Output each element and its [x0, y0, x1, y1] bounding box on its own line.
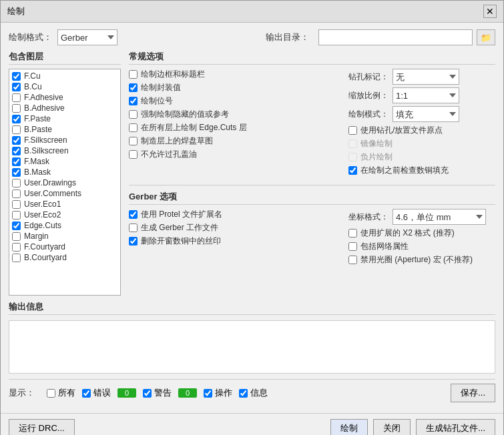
list-item[interactable]: B.Mask: [9, 167, 120, 177]
top-row: 绘制格式： Gerber 输出目录： D:/111/ 📁: [9, 29, 495, 45]
warning-checkbox[interactable]: [143, 389, 152, 398]
right-buttons: 绘制 关闭 生成钻孔文件...: [330, 419, 495, 435]
list-item[interactable]: B.Cu: [9, 81, 120, 92]
list-item[interactable]: F.Mask: [9, 156, 120, 167]
format-label: 绘制格式：: [9, 31, 52, 43]
scale-label: 缩放比例：: [348, 90, 389, 101]
general-right-option-item[interactable]: 在绘制之前检查数铜填充: [348, 165, 495, 176]
all-label: 所有: [58, 387, 75, 399]
dialog-content: 绘制格式： Gerber 输出目录： D:/111/ 📁 包含图层 F.CuB.…: [1, 23, 503, 413]
action-label: 操作: [215, 387, 232, 399]
coord-field-row: 坐标格式： 4.6，单位 mm: [348, 209, 495, 225]
warning-checkbox-label[interactable]: 警告: [143, 387, 172, 399]
info-checkbox[interactable]: [239, 389, 248, 398]
right-panel: 常规选项 绘制边框和标题栏绘制封装值绘制位号强制绘制隐藏的值或参考在所有层上绘制…: [129, 51, 495, 296]
general-option-item[interactable]: 不允许过孔盖油: [129, 149, 335, 160]
layers-box[interactable]: F.CuB.CuF.AdhesiveB.AdhesiveF.PasteB.Pas…: [9, 69, 121, 296]
action-checkbox[interactable]: [204, 389, 212, 398]
gerber-right-col: 坐标格式： 4.6，单位 mm 使用扩展的 X2 格式 (推荐)包括网络属性禁用…: [348, 209, 495, 268]
info-checkbox-label[interactable]: 信息: [239, 387, 268, 399]
general-option-item[interactable]: 强制绘制隐藏的值或参考: [129, 109, 335, 120]
list-item[interactable]: B.Paste: [9, 124, 120, 135]
list-item[interactable]: User.Drawings: [9, 177, 120, 188]
display-label: 显示：: [9, 387, 35, 399]
list-item[interactable]: User.Eco2: [9, 209, 120, 220]
all-checkbox-label[interactable]: 所有: [47, 387, 75, 399]
drill-select[interactable]: 无: [393, 69, 459, 85]
run-drc-button[interactable]: 运行 DRC...: [9, 419, 75, 435]
coord-select[interactable]: 4.6，单位 mm: [393, 209, 486, 225]
layers-title: 包含图层: [9, 51, 121, 65]
output-dir-label: 输出目录：: [266, 31, 309, 43]
format-select[interactable]: Gerber: [57, 29, 117, 45]
gerber-right-option-item[interactable]: 使用扩展的 X2 格式 (推荐): [348, 228, 495, 239]
general-option-item[interactable]: 在所有层上绘制 Edge.Cuts 层: [129, 122, 335, 133]
general-left-col: 绘制边框和标题栏绘制封装值绘制位号强制绘制隐藏的值或参考在所有层上绘制 Edge…: [129, 69, 335, 178]
gerber-section: Gerber 选项 使用 Protel 文件扩展名生成 Gerber 工作文件删…: [129, 191, 495, 268]
info-label: 信息: [250, 387, 268, 399]
gerber-right-checkboxes: 使用扩展的 X2 格式 (推荐)包括网络属性禁用光圈 (Aperture) 宏 …: [348, 228, 495, 266]
list-item[interactable]: B.Silkscreen: [9, 145, 120, 156]
gerber-option-item[interactable]: 使用 Protel 文件扩展名: [129, 209, 335, 220]
general-option-item[interactable]: 制造层上的焊盘草图: [129, 135, 335, 147]
gerber-right-option-item[interactable]: 包括网络属性: [348, 241, 495, 252]
gerber-option-item[interactable]: 生成 Gerber 工作文件: [129, 222, 335, 234]
scale-select[interactable]: 1:1: [393, 87, 459, 103]
dialog-title: 绘制: [7, 5, 25, 17]
error-label: 错误: [93, 387, 111, 399]
output-info-title: 输出信息: [9, 301, 495, 315]
output-dir-input[interactable]: D:/111/: [318, 29, 473, 45]
list-item[interactable]: F.Courtyard: [9, 242, 120, 252]
bottom-bar: 运行 DRC... 绘制 关闭 生成钻孔文件...: [1, 413, 503, 435]
general-option-item[interactable]: 绘制边框和标题栏: [129, 69, 335, 80]
folder-button[interactable]: 📁: [477, 29, 495, 45]
general-right-option-item[interactable]: 负片绘制: [348, 151, 495, 163]
error-checkbox-label[interactable]: 错误: [82, 387, 111, 399]
warning-label: 警告: [154, 387, 172, 399]
general-options-section: 常规选项 绘制边框和标题栏绘制封装值绘制位号强制绘制隐藏的值或参考在所有层上绘制…: [129, 51, 495, 178]
general-option-item[interactable]: 绘制位号: [129, 95, 335, 107]
error-checkbox[interactable]: [82, 389, 91, 398]
list-item[interactable]: User.Comments: [9, 188, 120, 199]
list-item[interactable]: B.Courtyard: [9, 252, 120, 263]
scale-field-row: 缩放比例： 1:1: [348, 87, 495, 103]
gerber-right-option-item[interactable]: 禁用光圈 (Aperture) 宏 (不推荐): [348, 254, 495, 266]
save-button[interactable]: 保存...: [451, 384, 495, 402]
mode-select[interactable]: 填充: [393, 106, 459, 122]
coord-label: 坐标格式：: [348, 211, 389, 223]
mode-field-row: 绘制模式： 填充: [348, 106, 495, 122]
gerber-left-col: 使用 Protel 文件扩展名生成 Gerber 工作文件删除开窗数铜中的丝印: [129, 209, 335, 268]
general-right-option-item[interactable]: 使用钻孔/放置文件原点: [348, 125, 495, 136]
list-item[interactable]: F.Silkscreen: [9, 135, 120, 145]
general-option-item[interactable]: 绘制封装值: [129, 82, 335, 93]
right-checkboxes: 使用钻孔/放置文件原点镜像绘制负片绘制在绘制之前检查数铜填充: [348, 125, 495, 176]
list-item[interactable]: B.Adhesive: [9, 103, 120, 113]
error-badge: 0: [117, 388, 136, 398]
list-item[interactable]: F.Adhesive: [9, 92, 120, 103]
mode-label: 绘制模式：: [348, 109, 389, 120]
main-dialog: 绘制 ✕ 绘制格式： Gerber 输出目录： D:/111/ 📁 包含图层 F…: [0, 0, 504, 435]
output-info-box: [9, 320, 495, 374]
gerber-option-item[interactable]: 删除开窗数铜中的丝印: [129, 236, 335, 247]
list-item[interactable]: F.Paste: [9, 113, 120, 124]
list-item[interactable]: User.Eco1: [9, 199, 120, 209]
list-item[interactable]: Edge.Cuts: [9, 220, 120, 231]
generate-drill-button[interactable]: 生成钻孔文件...: [416, 419, 495, 435]
titlebar: 绘制 ✕: [1, 1, 503, 23]
layers-panel: 包含图层 F.CuB.CuF.AdhesiveB.AdhesiveF.Paste…: [9, 51, 121, 296]
general-options-title: 常规选项: [129, 51, 495, 65]
all-checkbox[interactable]: [47, 389, 55, 398]
close-dialog-button[interactable]: 关闭: [373, 419, 411, 435]
general-right-option-item[interactable]: 镜像绘制: [348, 138, 495, 149]
general-right-col: 钻孔标记： 无 缩放比例： 1:1: [348, 69, 495, 178]
drill-label: 钻孔标记：: [348, 71, 389, 83]
action-checkbox-label[interactable]: 操作: [204, 387, 232, 399]
main-content: 包含图层 F.CuB.CuF.AdhesiveB.AdhesiveF.Paste…: [9, 51, 495, 296]
draw-button[interactable]: 绘制: [330, 419, 368, 435]
close-button[interactable]: ✕: [483, 5, 497, 18]
output-info-section: 输出信息: [9, 301, 495, 374]
gerber-title: Gerber 选项: [129, 191, 495, 205]
list-item[interactable]: F.Cu: [9, 71, 120, 81]
status-bar: 显示： 所有 错误 0 警告 0 操作 信息: [9, 379, 495, 406]
list-item[interactable]: Margin: [9, 231, 120, 242]
